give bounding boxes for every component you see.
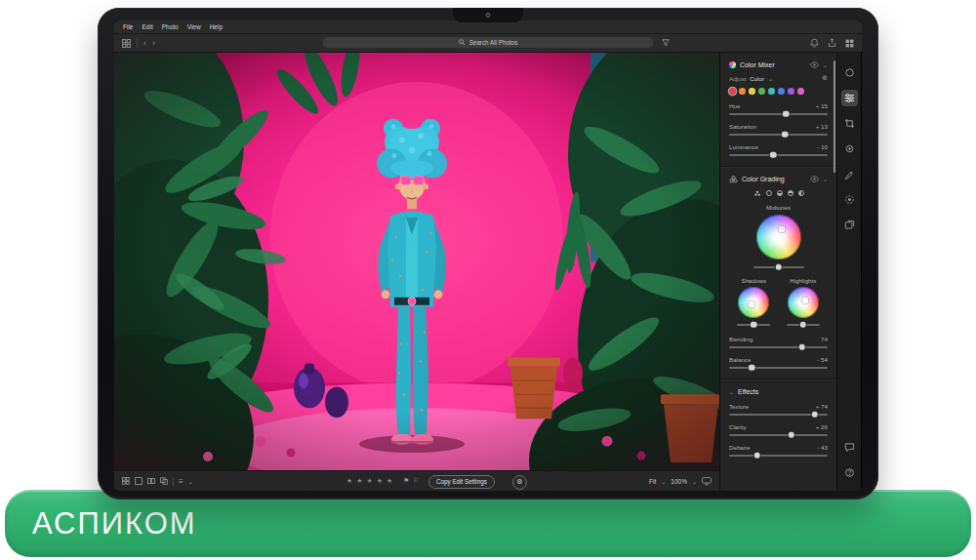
loupe-view-mode-icon[interactable] <box>135 477 142 485</box>
filter-icon[interactable] <box>662 39 670 47</box>
flag-pick-icon[interactable]: ⚑ <box>403 477 409 485</box>
compare-view-mode-icon[interactable] <box>147 477 155 485</box>
dehaze-slider[interactable]: Dehaze- 43 <box>729 444 828 457</box>
color-dot-purple[interactable] <box>788 88 794 95</box>
wheel-knob[interactable] <box>802 297 809 303</box>
grid-view-icon[interactable] <box>845 39 854 48</box>
highlights-color-wheel[interactable] <box>788 287 819 318</box>
color-dot-orange[interactable] <box>739 88 746 95</box>
menu-help[interactable]: Help <box>210 23 223 30</box>
color-dot-green[interactable] <box>758 88 765 95</box>
star-rating[interactable]: ★ ★ ★ ★ ★ <box>346 471 393 491</box>
grid-view-mode-icon[interactable] <box>122 477 130 485</box>
eye-icon[interactable] <box>810 61 819 68</box>
comments-icon[interactable] <box>841 439 858 456</box>
slider-knob[interactable] <box>782 131 789 138</box>
slider-knob[interactable] <box>812 411 819 418</box>
slider-knob[interactable] <box>800 321 807 328</box>
color-picker-icon[interactable]: ⊕ <box>822 74 828 82</box>
midtones-luminance-slider[interactable] <box>753 266 804 268</box>
library-grid-icon[interactable] <box>122 39 131 48</box>
color-grading-header[interactable]: Color Grading ⌄ <box>729 176 828 183</box>
slider-value: + 74 <box>816 403 828 410</box>
slider-knob[interactable] <box>788 431 794 438</box>
expand-caret-icon[interactable]: ⌄ <box>729 388 734 395</box>
color-mixer-title: Color Mixer <box>740 61 806 68</box>
collapse-caret-icon[interactable]: ⌄ <box>823 176 828 182</box>
shadows-range-icon[interactable] <box>766 190 772 196</box>
profile-icon[interactable] <box>841 64 858 81</box>
flag-reject-icon[interactable]: ⚐ <box>413 477 419 485</box>
slider-track[interactable] <box>729 113 828 115</box>
slider-track[interactable] <box>729 434 828 436</box>
slider-knob[interactable] <box>783 110 790 117</box>
collapse-caret-icon[interactable]: ⌄ <box>823 61 828 68</box>
share-icon[interactable] <box>828 38 836 48</box>
slider-knob[interactable] <box>749 364 755 371</box>
wheel-knob[interactable] <box>779 226 786 233</box>
color-dot-red[interactable] <box>729 88 736 95</box>
slider-label: Texture <box>729 403 749 410</box>
highlights-luminance-slider[interactable] <box>787 324 820 326</box>
sort-button[interactable]: ≡ <box>179 477 183 486</box>
menu-view[interactable]: View <box>187 23 201 30</box>
highlights-range-icon[interactable] <box>788 190 793 196</box>
masking-icon[interactable] <box>841 191 858 208</box>
color-dot-aqua[interactable] <box>768 88 775 95</box>
menu-photo[interactable]: Photo <box>162 23 179 30</box>
color-mixer-header[interactable]: Color Mixer ⌄ <box>729 61 828 68</box>
wheel-knob[interactable] <box>749 301 755 308</box>
notifications-bell-icon[interactable] <box>810 38 819 48</box>
slider-knob[interactable] <box>751 321 757 328</box>
fit-label[interactable]: Fit <box>649 478 656 485</box>
effects-header[interactable]: ⌄ Effects <box>729 388 828 395</box>
panel-scrollbar[interactable] <box>834 60 835 173</box>
global-range-icon[interactable] <box>798 190 804 196</box>
brush-icon[interactable] <box>841 166 858 182</box>
balance-slider[interactable]: Balance- 54 <box>729 356 828 369</box>
crop-icon[interactable] <box>841 115 858 132</box>
slider-track[interactable] <box>729 367 828 369</box>
slider-knob[interactable] <box>798 343 805 350</box>
saturation-slider[interactable]: Saturation+ 13 <box>729 123 828 136</box>
texture-slider[interactable]: Texture+ 74 <box>729 403 828 416</box>
midtones-color-wheel[interactable] <box>756 215 801 260</box>
eye-icon[interactable] <box>810 176 819 182</box>
zoom-value[interactable]: 100% <box>671 478 687 485</box>
color-dot-blue[interactable] <box>778 88 785 95</box>
help-icon[interactable] <box>841 464 858 481</box>
settings-gear-button[interactable]: ⚙ <box>512 475 527 490</box>
adjust-mode-select[interactable]: Color <box>750 75 764 82</box>
top-toolbar: ‹ › Search All Photos <box>114 34 862 53</box>
back-button[interactable]: ‹ <box>143 39 146 48</box>
survey-view-mode-icon[interactable] <box>160 477 168 485</box>
slider-track[interactable] <box>729 154 828 156</box>
search-input[interactable]: Search All Photos <box>323 37 653 48</box>
midtones-range-icon[interactable] <box>777 190 783 196</box>
hue-slider[interactable]: Hue+ 15 <box>729 102 828 115</box>
slider-knob[interactable] <box>754 452 761 459</box>
color-dot-yellow[interactable] <box>749 88 755 95</box>
slider-knob[interactable] <box>775 263 782 270</box>
luminance-slider[interactable]: Luminance- 10 <box>729 143 828 156</box>
photo-canvas[interactable] <box>114 53 719 470</box>
slider-track[interactable] <box>729 346 828 348</box>
forward-button[interactable]: › <box>152 39 155 48</box>
slider-knob[interactable] <box>770 151 777 158</box>
slider-track[interactable] <box>729 455 828 457</box>
slider-track[interactable] <box>729 414 828 416</box>
shadows-color-wheel[interactable] <box>738 287 769 318</box>
shadows-luminance-slider[interactable] <box>737 324 770 326</box>
color-dot-magenta[interactable] <box>797 88 804 95</box>
versions-icon[interactable] <box>841 217 858 233</box>
edit-sliders-icon[interactable] <box>841 90 858 106</box>
healing-icon[interactable] <box>841 140 858 157</box>
menu-edit[interactable]: Edit <box>142 23 152 30</box>
clarity-slider[interactable]: Clarity+ 26 <box>729 423 828 436</box>
monitor-icon[interactable] <box>702 477 712 486</box>
copy-edit-settings-button[interactable]: Copy Edit Settings <box>428 475 495 489</box>
blending-slider[interactable]: Blending74 <box>729 336 828 348</box>
menu-file[interactable]: File <box>123 23 133 30</box>
three-way-wheels-icon[interactable] <box>753 190 761 197</box>
slider-track[interactable] <box>729 134 828 136</box>
